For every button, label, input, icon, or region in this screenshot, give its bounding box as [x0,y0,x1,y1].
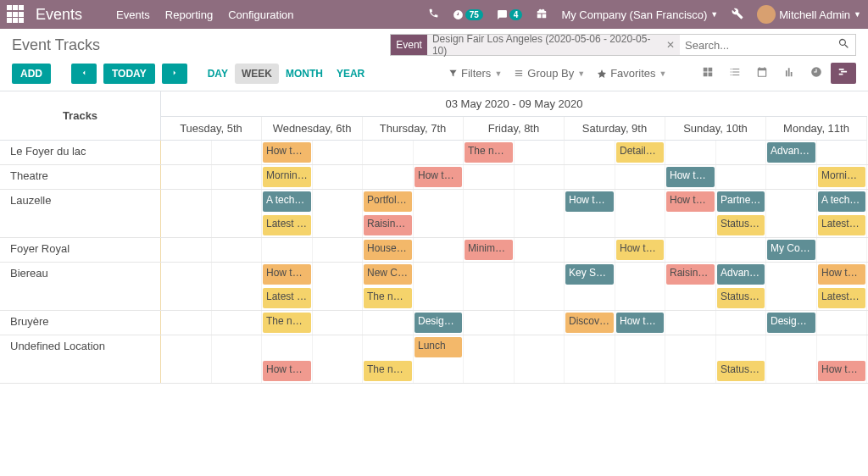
gantt-cell[interactable] [565,286,665,310]
phone-icon[interactable] [428,8,439,21]
gantt-cell[interactable] [464,190,565,213]
gantt-cell[interactable]: Design co… [766,311,867,335]
gantt-cell[interactable]: Discover …How to i… [565,311,665,335]
gantt-cell[interactable] [665,238,766,262]
gantt-pill[interactable]: New Certi… [364,264,412,285]
gantt-cell[interactable] [161,213,262,237]
gantt-cell[interactable] [161,141,262,164]
gantt-cell[interactable]: New Certi… [363,263,464,286]
view-calendar[interactable] [749,63,775,84]
gantt-pill[interactable]: Morning … [818,167,865,187]
gantt-pill[interactable]: How to i… [616,313,664,333]
search-input[interactable] [680,35,832,55]
gantt-cell[interactable]: Latest tre… [766,213,867,237]
nav-events[interactable]: Events [116,8,150,21]
gantt-cell[interactable] [262,238,363,262]
period-day[interactable]: DAY [201,64,235,84]
period-week[interactable]: WEEK [235,64,279,84]
gantt-pill[interactable]: How to o… [616,240,664,260]
gantt-cell[interactable] [161,311,262,335]
gantt-pill[interactable]: Morning … [263,167,311,187]
nav-configuration[interactable]: Configuration [228,8,293,21]
gantt-cell[interactable]: Latest tre… [766,286,867,310]
gantt-pill[interactable]: Latest tre… [818,288,865,308]
nav-reporting[interactable]: Reporting [165,8,213,21]
gantt-pill[interactable]: How to b… [263,264,311,285]
gantt-cell[interactable]: Status & … [665,359,766,383]
gantt-cell[interactable] [665,335,766,359]
gantt-pill[interactable]: Advanced… [767,142,815,163]
filters-button[interactable]: Filters▼ [448,67,502,80]
settings-icon[interactable] [732,8,743,22]
gantt-pill[interactable]: The new … [465,142,513,163]
gantt-cell[interactable] [565,213,665,237]
gantt-cell[interactable]: Raising q…Advanced… [665,263,766,286]
gantt-cell[interactable] [665,311,766,335]
gantt-cell[interactable]: Raising q… [363,213,464,237]
gantt-pill[interactable]: Advanced… [717,264,765,285]
gantt-cell[interactable] [161,263,262,286]
gantt-pill[interactable]: How to d… [818,361,865,381]
gantt-cell[interactable]: The new … [464,141,565,164]
gantt-cell[interactable]: Latest tre… [262,213,363,237]
gantt-pill[interactable]: Latest tre… [263,288,311,308]
gantt-cell[interactable] [262,335,363,359]
gantt-pill[interactable]: Lunch [415,337,462,357]
gantt-cell[interactable]: The new … [363,286,464,310]
view-list[interactable] [722,63,748,84]
gantt-cell[interactable]: The new … [262,311,363,335]
gantt-cell[interactable]: Advanced… [766,141,867,164]
gantt-pill[interactable]: Status & … [717,288,765,308]
gantt-pill[interactable]: How to b… [818,264,865,285]
gantt-cell[interactable]: A technic… [766,190,867,213]
messages-indicator[interactable]: 75 [453,9,483,20]
add-button[interactable]: ADD [12,64,51,84]
gift-icon[interactable] [536,8,548,22]
gantt-cell[interactable] [565,335,665,359]
groupby-button[interactable]: Group By▼ [514,67,585,80]
gantt-pill[interactable]: Design co… [415,313,462,333]
gantt-pill[interactable]: My Comp… [767,240,815,260]
favorites-button[interactable]: Favorites▼ [597,67,666,80]
gantt-pill[interactable]: Raising q… [364,215,412,235]
gantt-pill[interactable]: How to d… [263,361,311,381]
gantt-pill[interactable]: Raising q… [666,264,715,285]
gantt-pill[interactable]: Minimal b… [465,240,513,260]
next-button[interactable] [162,64,187,84]
gantt-cell[interactable]: How to o… [565,238,665,262]
gantt-cell[interactable] [161,190,262,213]
gantt-pill[interactable]: Portfolio … [364,191,412,212]
apps-icon[interactable] [7,5,25,24]
gantt-cell[interactable] [464,359,565,383]
gantt-cell[interactable] [363,141,464,164]
gantt-pill[interactable]: A technic… [263,191,311,212]
company-selector[interactable]: My Company (San Francisco) ▼ [561,8,718,21]
gantt-pill[interactable]: How to d… [666,167,715,187]
facet-remove-icon[interactable]: ✕ [666,39,675,51]
gantt-pill[interactable]: House of … [364,240,412,260]
gantt-cell[interactable]: Key Succ… [565,263,665,286]
gantt-pill[interactable]: Partnersh… [717,191,765,212]
gantt-pill[interactable]: How to fo… [666,191,715,212]
gantt-pill[interactable]: How to c… [565,191,614,212]
gantt-cell[interactable]: The new … [363,359,464,383]
gantt-pill[interactable]: Design co… [767,313,815,333]
view-activity[interactable] [804,63,829,84]
gantt-pill[interactable]: Detailed r… [616,142,664,163]
gantt-pill[interactable]: Latest tre… [818,215,865,235]
gantt-pill[interactable]: Status & … [717,361,765,381]
gantt-cell[interactable]: Lunch [363,335,464,359]
gantt-pill[interactable]: The new … [364,361,412,381]
gantt-cell[interactable] [464,263,565,286]
gantt-cell[interactable]: House of … [363,238,464,262]
gantt-cell[interactable] [565,165,665,189]
gantt-cell[interactable]: Morning … [766,165,867,189]
gantt-pill[interactable]: How to in… [263,142,311,163]
gantt-pill[interactable]: A technic… [818,191,865,212]
gantt-cell[interactable]: Status & … [665,213,766,237]
gantt-pill[interactable]: Latest tre… [263,215,311,235]
gantt-pill[interactable]: The new … [263,313,311,333]
gantt-cell[interactable]: Detailed r… [565,141,665,164]
gantt-cell[interactable]: How to d… [363,165,464,189]
gantt-cell[interactable]: How to d… [665,165,766,189]
